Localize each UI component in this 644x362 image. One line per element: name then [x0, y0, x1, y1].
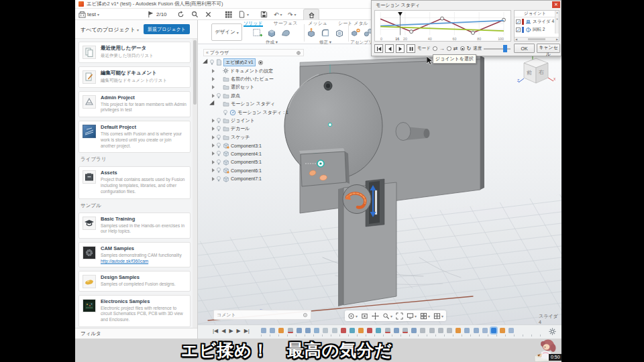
active-document-radio[interactable]	[258, 60, 263, 65]
expander-icon[interactable]	[212, 168, 215, 172]
zoom-tool[interactable]: ▾	[382, 312, 392, 320]
browser-item[interactable]: ジョイント	[203, 117, 304, 125]
go-start-button[interactable]	[374, 44, 383, 53]
sweep-icon[interactable]	[280, 27, 292, 39]
card-cam-samples[interactable]: CAM Samples Samples demonstrating CAM fu…	[78, 242, 191, 267]
extrude-icon[interactable]	[266, 27, 278, 39]
undo-button[interactable]: ↶▾	[274, 9, 282, 20]
cam-samples-link[interactable]: http://autode.sk/f360cam	[101, 259, 186, 263]
mode-forward-radio[interactable]	[433, 46, 437, 51]
joint-list-hscrollbar[interactable]: ◀▶	[515, 37, 559, 41]
refresh-button[interactable]	[177, 9, 184, 20]
new-project-button[interactable]: 新規プロジェクト	[144, 24, 190, 34]
timeline-sketch-feature-icon[interactable]	[385, 328, 390, 333]
expander-icon[interactable]	[212, 69, 215, 73]
viewport-canvas[interactable]: « ブラウザ エビ揉め2 v1ドキュメントの設定名前の付いたビュー選択セット原点…	[198, 44, 561, 339]
expander-icon[interactable]	[209, 101, 217, 108]
timeline-component-feature-icon[interactable]	[508, 328, 514, 333]
visibility-bulb-icon[interactable]	[209, 59, 215, 66]
browser-item[interactable]: エビ揉め2 v1	[203, 58, 304, 66]
project-filter-dropdown[interactable]: すべてのプロジェクト ▾	[80, 26, 139, 34]
press-pull-icon[interactable]	[305, 27, 317, 39]
visibility-bulb-icon[interactable]	[216, 159, 221, 166]
pan-tool[interactable]	[372, 312, 379, 320]
pause-button[interactable]	[407, 44, 415, 53]
speed-slider-handle[interactable]	[503, 45, 507, 52]
data-panel-scrollbar[interactable]	[193, 39, 197, 328]
browser-item[interactable]: ドキュメントの設定	[203, 66, 304, 74]
visibility-bulb-icon[interactable]	[216, 117, 221, 124]
browser-item[interactable]: 名前の付いたビュー	[203, 75, 304, 83]
expander-icon[interactable]	[212, 85, 215, 89]
tab-solid[interactable]: ソリッド	[244, 20, 263, 27]
timeline-flag-feature-icon[interactable]	[376, 328, 381, 333]
timeline-sketch-feature-icon[interactable]	[402, 328, 408, 333]
timeline-joint-feature-icon[interactable]	[261, 328, 266, 333]
dialog-close-button[interactable]: ✕	[552, 1, 560, 8]
viewcube-right-face[interactable]: 右	[539, 69, 544, 75]
browser-item[interactable]: モーション スタディ : 1	[203, 108, 304, 116]
mode-back-forth-radio[interactable]	[447, 46, 451, 51]
timeline-revolve-feature-icon[interactable]	[314, 328, 319, 333]
timeline-scissors-feature-icon[interactable]	[367, 328, 372, 333]
tab-mesh[interactable]: メッシュ	[308, 20, 327, 27]
tab-surface[interactable]: サーフェス	[274, 20, 298, 27]
timeline-pin-feature-icon[interactable]	[358, 328, 364, 333]
display-settings[interactable]: ▾	[407, 312, 417, 320]
mode-loop-radio[interactable]	[460, 46, 465, 51]
ok-button[interactable]: OK	[514, 44, 535, 53]
card-assets[interactable]: Assets Project that contains assets used…	[78, 166, 191, 198]
card-design-samples[interactable]: Design Samples Samples of completed Fusi…	[78, 271, 191, 292]
card-electronics-samples[interactable]: Electronics Samples Electronic project f…	[78, 295, 191, 327]
joint-list-vscrollbar[interactable]: ▲▼	[555, 11, 559, 34]
timeline-pin-feature-icon[interactable]	[500, 328, 505, 333]
search-button[interactable]	[191, 9, 199, 20]
timeline-scissors-feature-icon[interactable]	[341, 328, 346, 333]
joint-visibility-checkbox[interactable]: ✓	[516, 27, 521, 32]
expander-icon[interactable]	[212, 94, 215, 98]
save-button[interactable]	[260, 9, 268, 20]
browser-item[interactable]: Component6:1	[203, 166, 304, 174]
browser-item[interactable]: Component3:1	[203, 141, 304, 149]
browser-settings-icon[interactable]	[296, 50, 301, 56]
expander-icon[interactable]	[212, 127, 215, 131]
browser-item[interactable]: モーション スタディ	[203, 100, 304, 108]
step-back-button[interactable]	[385, 44, 394, 53]
expander-icon[interactable]	[212, 152, 215, 156]
browser-item[interactable]: デカール	[203, 125, 304, 133]
new-component-icon[interactable]	[350, 27, 361, 39]
hub-selector[interactable]: test ▾	[78, 9, 99, 20]
timeline-sketch-feature-icon[interactable]	[288, 328, 293, 333]
motion-study-graph[interactable]: 02040608010016	[374, 10, 511, 42]
cancel-button[interactable]: キャンセル	[537, 44, 560, 53]
timeline-go-start-button[interactable]: |◀	[213, 328, 218, 334]
card-admin-project[interactable]: Admin Project This project is for team m…	[78, 91, 191, 118]
timeline-extrude-feature-icon[interactable]	[297, 328, 302, 333]
visibility-bulb-icon[interactable]	[216, 176, 221, 182]
timeline-go-end-button[interactable]: ▶|	[244, 328, 250, 334]
expander-icon[interactable]	[212, 143, 215, 147]
comments-settings-icon[interactable]	[303, 312, 308, 318]
filter-footer[interactable]: フィルタ	[75, 328, 197, 339]
scrollbar-thumb[interactable]	[193, 40, 197, 105]
file-menu-button[interactable]: ▾	[238, 9, 249, 20]
tab-sheet-metal[interactable]: シート メタル	[338, 20, 368, 27]
card-default-project[interactable]: Default Project This comes with Fusion a…	[78, 121, 191, 153]
timeline-settings-icon[interactable]	[549, 328, 556, 335]
expander-icon[interactable]	[212, 177, 215, 181]
visibility-bulb-icon[interactable]	[216, 134, 221, 141]
close-search-button[interactable]	[205, 9, 212, 20]
viewports-settings[interactable]: ▾	[433, 312, 443, 320]
play-button[interactable]	[396, 44, 405, 53]
timeline-pin-feature-icon[interactable]	[455, 328, 461, 333]
timeline-step-back-button[interactable]: ◀	[221, 328, 225, 334]
timeline-extrude-feature-icon[interactable]	[394, 328, 399, 333]
redo-button[interactable]: ↷▾	[288, 9, 297, 20]
viewcube[interactable]: X Z 前 右	[517, 54, 555, 88]
browser-item[interactable]: 選択セット	[203, 83, 304, 91]
visibility-bulb-icon[interactable]	[216, 93, 221, 99]
shell-icon[interactable]	[333, 27, 345, 39]
card-basic-training[interactable]: Basic Training Samples used in the Hands…	[78, 213, 191, 239]
timeline-mirror-feature-icon[interactable]	[332, 328, 337, 333]
timeline-ruler[interactable]	[261, 335, 541, 337]
